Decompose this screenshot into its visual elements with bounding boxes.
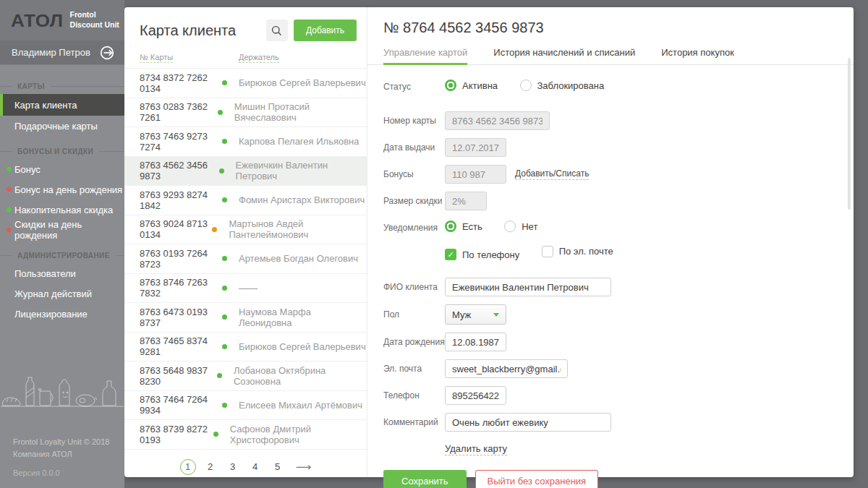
birth-date-field[interactable] [445,333,506,351]
status-dot-green [222,344,227,349]
table-row[interactable]: 8763 9024 8713 0134Мартынов Авдей Пантел… [124,215,367,245]
table-row[interactable]: 8763 0193 7264 8723Артемьев Богдан Олего… [124,244,367,274]
holder-cell: Карпова Пелагея Ильяовна [239,136,359,147]
search-button[interactable] [266,20,288,41]
radio-option-active[interactable]: Активна [445,80,498,91]
sidebar-item-1-3[interactable]: Скидки на день рождения [0,220,124,240]
bonuses-field[interactable] [445,165,506,184]
status-dot-green [222,403,227,408]
cancel-button[interactable]: Выйти без сохранения [475,470,599,488]
discount-field[interactable] [445,192,487,210]
table-row[interactable]: 8763 9293 8274 1842Фомин Аристарх Виктор… [124,186,367,215]
green-dot-icon [7,207,12,213]
birth-date-row: Дата рождения [383,333,854,351]
sidebar-item-0-1[interactable]: Подарочные карты [0,116,124,136]
page-1[interactable]: 1 [180,459,196,475]
sidebar-item-1-0[interactable]: Бонус [0,159,124,179]
issue-date-label: Дата выдачи [383,142,445,153]
sidebar-item-2-0[interactable]: Пользователи [0,263,124,283]
red-dot-icon [7,187,12,192]
notifications-radio-group: Есть Нет [445,221,556,235]
add-card-button[interactable]: Добавить [294,20,357,41]
tab-purchase-history[interactable]: История покупок [661,47,734,64]
table-row[interactable]: 8763 7465 8374 9281Бирюков Сергей Валерь… [124,333,367,362]
notifications-label: Уведомления [383,223,445,233]
scrollbar[interactable] [848,58,851,210]
chevron-down-icon [493,313,499,317]
card-table-body: 8734 8372 7262 0134Бирюков Сергей Валерь… [124,69,367,450]
page-2[interactable]: 2 [203,459,218,475]
table-row[interactable]: 8763 6473 0193 8737Наумова Марфа Леонидо… [124,303,367,333]
column-header-number[interactable]: № Карты [140,53,173,63]
card-number-field[interactable] [445,111,550,130]
sidebar-item-1-1[interactable]: Бонус на день рождения [0,179,124,200]
food-illustration [0,368,124,416]
table-row[interactable]: 8734 8372 7262 0134Бирюков Сергей Валерь… [124,69,367,98]
red-dot-icon [7,228,12,233]
column-header-holder[interactable]: Держатель [239,53,279,63]
product-line-1: Frontol [70,10,119,20]
checkbox-email[interactable]: По эл. почте [542,246,613,257]
sidebar-item-label: Накопительная скидка [14,205,113,215]
page-4[interactable]: 4 [247,459,263,475]
email-row: Эл. почта [383,359,854,378]
sidebar-item-label: Бонус [14,164,41,175]
tab-accrual-history[interactable]: История начислений и списаний [493,47,635,64]
logo-area: АТОЛ Frontol Discount Unit [0,0,124,40]
radio-option-blocked[interactable]: Заблокирована [520,80,605,91]
atol-logo: АТОЛ [11,9,64,30]
phone-row: Телефон [383,386,854,405]
page-5[interactable]: 5 [270,459,286,475]
list-header-actions: Добавить [266,20,357,41]
phone-field[interactable] [445,386,506,405]
delete-row: Удалить карту [383,440,854,458]
card-number-cell: 8763 8746 7263 7832 [140,277,222,299]
table-column-headers: № Карты Держатель [124,48,367,69]
radio-option-no[interactable]: Нет [504,221,537,232]
birth-date-label: Дата рождения [383,337,445,347]
add-writeoff-link[interactable]: Добавить/Списать [515,168,589,180]
logout-icon[interactable] [99,45,115,61]
next-page-arrow[interactable]: ⟶ [296,461,312,474]
checkbox-icon [445,249,456,260]
status-dot-green [219,168,224,174]
gender-select[interactable]: Муж [445,304,506,325]
tab-card-management[interactable]: Управление картой [383,47,467,65]
sidebar-item-2-1[interactable]: Журнал действий [0,283,124,304]
card-number-cell: 8763 5648 9837 8230 [140,365,217,387]
table-row[interactable]: 8763 5648 9837 8230Лобанова Октябрина Со… [124,361,367,391]
table-row[interactable]: 8763 8746 7263 7832—— [124,274,367,304]
checkbox-phone[interactable]: По телефону [445,249,519,260]
email-label: Эл. почта [383,364,445,374]
sidebar-item-1-2[interactable]: Накопительная скидка [0,200,124,220]
sidebar-item-label: Скидки на день рождения [14,219,124,241]
user-row[interactable]: Владимир Петров [0,40,124,65]
sidebar-footer: Frontol Loyalty Unit © 2018 Компания АТО… [13,436,109,479]
issue-date-field[interactable] [445,138,506,157]
sidebar-item-2-2[interactable]: Лицензирование [0,304,124,324]
table-row[interactable]: 8763 4562 3456 9873Ежевичкин Валентин Пе… [124,157,367,187]
status-dot-green [218,110,223,115]
delete-card-link[interactable]: Удалить карту [445,443,507,455]
status-dot-green [217,373,222,378]
table-row[interactable]: 8763 8739 8272 0193Сафонов Дмитрий Христ… [124,420,367,450]
pagination: 12345⟶ [124,459,367,475]
radio-option-yes[interactable]: Есть [445,221,482,232]
client-name-field[interactable] [445,278,611,296]
table-row[interactable]: 8763 0283 7362 7261Мишин Протасий Вячесл… [124,98,367,128]
card-number-cell: 8763 4562 3456 9873 [140,160,219,181]
table-row[interactable]: 8763 7464 7264 9934Елисеев Михаил Артёмо… [124,391,367,421]
status-dot-green [222,256,227,261]
comment-field[interactable] [445,413,611,432]
card-number-cell: 8763 7464 7264 9934 [140,394,222,416]
email-field[interactable] [445,359,568,378]
page-3[interactable]: 3 [225,459,241,475]
sidebar-item-0-0[interactable]: Карта клиента [0,94,124,116]
gender-label: Пол [383,309,445,320]
save-button[interactable]: Сохранить [383,470,467,488]
card-list-panel: Карта клиента Добавить № Карты [124,7,367,477]
radio-icon [445,221,456,232]
card-number-cell: 8763 6473 0193 8737 [140,307,222,328]
table-row[interactable]: 8763 7463 9273 7274Карпова Пелагея Ильяо… [124,127,367,157]
status-dot-green [222,197,227,202]
